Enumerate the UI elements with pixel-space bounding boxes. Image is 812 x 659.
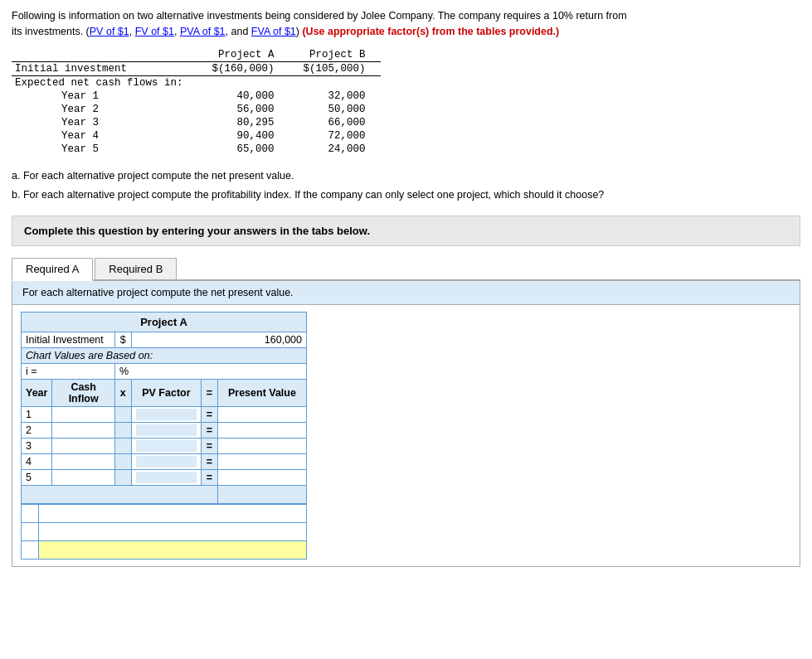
year-5-label: 5 — [22, 470, 52, 486]
bottom-table — [21, 504, 307, 560]
year-row-1: 1 = — [22, 407, 307, 423]
year-row-5: 5 = — [22, 470, 307, 486]
row-year1-label: Year 1 — [12, 90, 198, 103]
interactive-section: Project A Initial Investment $ 160,000 C… — [12, 305, 800, 566]
year-2-pv-result[interactable] — [217, 423, 306, 439]
row-year4-a: 90,400 — [198, 129, 289, 143]
intro-text-line1: Following is information on two alternat… — [12, 10, 627, 22]
col-header-cash: Cash Inflow — [52, 380, 115, 407]
year-4-cash-input[interactable] — [52, 454, 115, 470]
year-2-cash-input[interactable] — [52, 423, 115, 439]
year-4-pv-input[interactable] — [131, 454, 201, 470]
year-row-2: 2 = — [22, 423, 307, 439]
totals-row-blue — [22, 486, 307, 504]
year-5-pv-input[interactable] — [131, 470, 201, 486]
cash-input-3[interactable] — [56, 440, 110, 452]
year-4-equals: = — [202, 454, 218, 470]
instruction-box: Complete this question by entering your … — [12, 216, 800, 246]
year-row-3: 3 = — [22, 439, 307, 454]
row-year3-a: 80,295 — [198, 116, 289, 129]
intro-text-line2: its investments. ( — [12, 26, 90, 37]
initial-investment-value: 160,000 — [131, 332, 306, 348]
intro-bold: (Use appropriate factor(s) from the tabl… — [302, 26, 559, 37]
row-year3-label: Year 3 — [12, 116, 198, 129]
pv-factor-input-4[interactable] — [136, 456, 197, 468]
year-3-pv-input[interactable] — [131, 439, 201, 454]
year-row-4: 4 = — [22, 454, 307, 470]
chart-values-label: Chart Values are Based on: — [22, 348, 307, 364]
year-5-equals: = — [202, 470, 218, 486]
link-pv[interactable]: PV of $1 — [90, 26, 129, 37]
row-year1-a: 40,000 — [198, 90, 289, 103]
year-2-label: 2 — [22, 423, 52, 439]
pv-result-input-5[interactable] — [222, 472, 302, 483]
project-a-header: Project A — [21, 312, 307, 332]
year-2-equals: = — [202, 423, 218, 439]
final-result-input[interactable] — [43, 545, 302, 556]
link-pva[interactable]: PVA of $1 — [180, 26, 226, 37]
year-1-pv-input[interactable] — [131, 407, 201, 423]
cash-input-4[interactable] — [56, 456, 110, 468]
col-header-year: Year — [22, 380, 52, 407]
yellow-result-cell[interactable] — [39, 541, 307, 560]
pv-factor-input-2[interactable] — [136, 424, 197, 436]
row-initial-label: Initial investment — [12, 61, 198, 75]
col-header-x: x — [114, 380, 131, 407]
percent-cell: % — [114, 364, 306, 380]
pv-factor-input-3[interactable] — [136, 440, 197, 452]
row-year5-a: 65,000 — [198, 143, 289, 156]
year-3-equals: = — [202, 439, 218, 454]
year-1-equals: = — [202, 407, 218, 423]
bottom-row-2 — [22, 523, 307, 541]
year-4-label: 4 — [22, 454, 52, 470]
link-fva[interactable]: FVA of $1 — [251, 26, 296, 37]
cash-input-1[interactable] — [56, 409, 110, 420]
col-header-present-value: Present Value — [217, 380, 306, 407]
row-year2-a: 56,000 — [198, 103, 289, 116]
question-b: b. For each alternative project compute … — [12, 187, 800, 204]
cash-input-2[interactable] — [56, 424, 110, 436]
col-header-project-b: Project B — [289, 48, 381, 62]
year-1-pv-result[interactable] — [217, 407, 306, 423]
pv-factor-input-1[interactable] — [136, 409, 197, 420]
year-5-pv-result[interactable] — [217, 470, 306, 486]
col-header-project-a: Project A — [198, 48, 289, 62]
row-year5-label: Year 5 — [12, 143, 198, 156]
initial-investment-symbol: $ — [114, 332, 131, 348]
row-year1-b: 32,000 — [289, 90, 381, 103]
int-table: Initial Investment $ 160,000 Chart Value… — [21, 332, 307, 504]
row-initial-investment: Initial Investment $ 160,000 — [22, 332, 307, 348]
bottom-row-yellow — [22, 541, 307, 560]
col-header-equals: = — [202, 380, 218, 407]
row-year4-label: Year 4 — [12, 129, 198, 143]
i-label-text: i = — [26, 366, 37, 377]
year-3-cash-input[interactable] — [52, 439, 115, 454]
instruction-text: Complete this question by entering your … — [24, 225, 370, 237]
row-initial-b: $(105,000) — [289, 61, 381, 75]
pv-result-input-2[interactable] — [222, 424, 302, 436]
tab-required-a[interactable]: Required A — [12, 258, 93, 281]
tab-required-b[interactable]: Required B — [95, 258, 177, 279]
year-1-cash-input[interactable] — [52, 407, 115, 423]
questions-block: a. For each alternative project compute … — [12, 167, 800, 205]
year-1-label: 1 — [22, 407, 52, 423]
row-year3-b: 66,000 — [289, 116, 381, 129]
pv-factor-input-5[interactable] — [136, 472, 197, 483]
year-2-pv-input[interactable] — [131, 423, 201, 439]
pv-result-input-1[interactable] — [222, 409, 302, 420]
row-year2-b: 50,000 — [289, 103, 381, 116]
cash-input-5[interactable] — [56, 472, 110, 483]
pv-result-input-3[interactable] — [222, 440, 302, 452]
row-i: i = % — [22, 364, 307, 380]
year-4-pv-result[interactable] — [217, 454, 306, 470]
year-3-pv-result[interactable] — [217, 439, 306, 454]
i-input[interactable] — [40, 366, 81, 377]
intro-paragraph: Following is information on two alternat… — [12, 8, 800, 40]
year-3-label: 3 — [22, 439, 52, 454]
row-year5-b: 24,000 — [289, 143, 381, 156]
link-fv[interactable]: FV of $1 — [135, 26, 174, 37]
col-headers-row: Year Cash Inflow x PV Factor = Present V… — [22, 380, 307, 407]
tab-description: For each alternative project compute the… — [12, 281, 800, 305]
year-5-cash-input[interactable] — [52, 470, 115, 486]
pv-result-input-4[interactable] — [222, 456, 302, 468]
